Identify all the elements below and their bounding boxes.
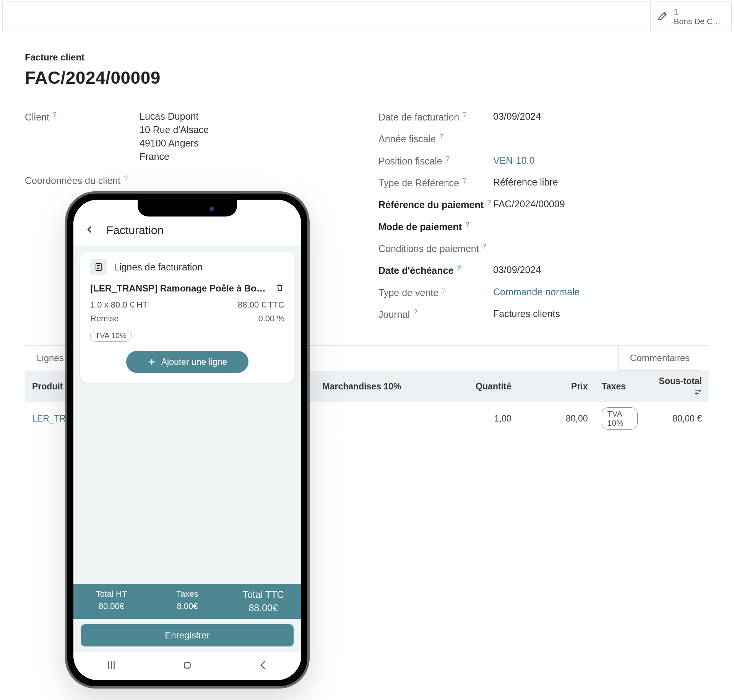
invoice-lines-icon [90,259,107,275]
help-icon[interactable]: ? [457,264,461,272]
cell-price: 80,00 [518,402,595,435]
client-coords-label: Coordonnées du client ? [25,174,140,186]
client-addr3: France [140,151,356,162]
fiscal-year-label: Année fiscale ? [378,133,493,145]
total-ttc-value: 88.00€ [225,602,301,614]
journal-value: Factures clients [493,308,709,319]
help-icon[interactable]: ? [463,177,466,184]
cell-tax-account [316,402,423,435]
add-line-label: Ajouter une ligne [161,357,227,367]
help-icon[interactable]: ? [439,133,443,140]
client-value: Lucas Dupont 10 Rue d'Alsace 49100 Anger… [140,111,356,164]
col-qty: Quantité [423,371,518,402]
back-icon[interactable] [86,225,94,235]
help-icon[interactable]: ? [487,199,491,206]
cell-qty: 1,00 [423,402,518,435]
line-discount-label: Remise [90,314,119,324]
help-icon[interactable]: ? [465,221,469,228]
ref-type-value: Référence libre [493,177,709,188]
pay-mode-label: Mode de paiement ? [378,221,493,233]
journal-label: Journal ? [378,308,493,320]
svg-point-0 [699,390,701,392]
sale-type-value[interactable]: Commande normale [493,287,709,298]
total-ht-value: 80.00€ [73,601,149,611]
due-date-value: 03/09/2024 [493,264,709,275]
settings-icon[interactable] [690,386,702,396]
android-nav [73,652,301,680]
right-column: Date de facturation ? 03/09/2024 Année f… [378,111,709,330]
add-line-button[interactable]: Ajouter une ligne [126,351,248,373]
document-subtitle: Facture client [25,52,709,63]
col-price: Prix [518,371,595,402]
invoice-date-value: 03/09/2024 [493,111,709,122]
nav-recents-icon[interactable] [106,659,117,672]
help-icon[interactable]: ? [446,155,450,163]
pay-ref-value: FAC/2024/00009 [493,199,709,210]
invoice-date-label: Date de facturation ? [378,111,493,123]
invoice-lines-title: Lignes de facturation [114,262,203,273]
col-taxes: Taxes [595,371,645,402]
help-icon[interactable]: ? [482,243,486,250]
nav-back-icon[interactable] [258,659,269,672]
help-icon[interactable]: ? [413,308,417,316]
due-date-label: Date d'échéance ? [378,264,493,276]
phone-notch [138,200,237,217]
totals-bar: Total HT 80.00€ Taxes 8.00€ Total TTC 88… [73,584,301,619]
client-name: Lucas Dupont [140,111,356,122]
fiscal-pos-label: Position fiscale ? [378,155,493,167]
sale-type-label: Type de vente ? [378,287,493,298]
svg-rect-3 [184,663,190,668]
top-toolbar: 1 Bons De C… [2,2,732,31]
cell-taxes: TVA 10% [595,402,645,435]
help-icon[interactable]: ? [124,174,128,182]
related-records-box[interactable]: 1 Bons De C… [650,2,728,31]
fiscal-pos-value[interactable]: VEN-10.0 [493,155,709,166]
help-icon[interactable]: ? [463,111,466,119]
col-subtotal-label: Sous-total [659,376,702,386]
total-ht-label: Total HT [73,589,149,599]
line-qty-price: 1.0 x 80.0 € HT [90,300,148,310]
line-total-ttc: 88.00 € TTC [238,300,284,310]
total-tax-value: 8.00€ [149,601,226,611]
total-ttc-label: Total TTC [225,589,301,600]
nav-home-icon[interactable] [182,659,193,672]
related-records-count: 1 [674,7,721,16]
phone-mockup: Facturation Lignes de facturation [LER_T… [65,191,310,689]
total-tax-label: Taxes [149,589,226,599]
client-label: Client ? [25,111,140,123]
col-subtotal: Sous-total [645,371,709,402]
mobile-screen-title: Facturation [106,224,164,237]
col-tax-account: Marchandises 10% [316,371,423,402]
save-button[interactable]: Enregistrer [81,624,294,646]
tab-comments[interactable]: Commentaires [618,346,701,371]
document-title: FAC/2024/00009 [25,67,709,88]
invoice-lines-card: Lignes de facturation [LER_TRANSP] Ramon… [80,252,294,383]
pay-cond-label: Conditions de paiement ? [378,243,493,254]
save-button-label: Enregistrer [165,630,209,641]
help-icon[interactable]: ? [442,287,446,294]
line-discount-value: 0.00 % [258,314,285,324]
pay-ref-label: Référence du paiement ? [378,199,493,210]
line-product-title: [LER_TRANSP] Ramonage Poêle à Bo… [90,283,272,294]
line-tax-chip: TVA 10% [90,330,132,342]
trash-icon[interactable] [275,282,284,295]
client-addr2: 49100 Angers [140,138,356,149]
edit-icon [658,10,668,23]
client-addr1: 10 Rue d'Alsace [140,124,356,135]
related-records-text: 1 Bons De C… [674,7,721,26]
tax-badge: TVA 10% [602,407,638,430]
help-icon[interactable]: ? [53,111,57,119]
cell-subtotal: 80,00 € [645,402,709,435]
ref-type-label: Type de Référence ? [378,177,493,189]
related-records-label: Bons De C… [674,16,721,26]
